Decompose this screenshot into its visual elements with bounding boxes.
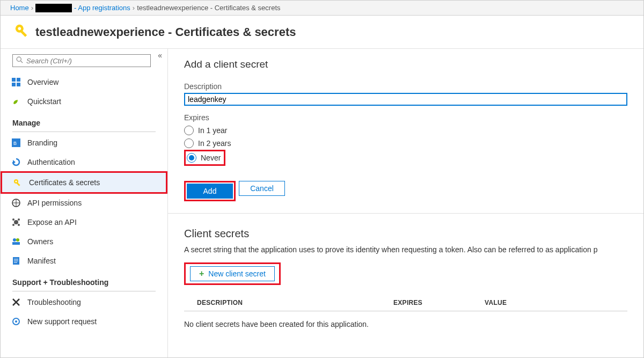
expires-label: Expires (184, 113, 627, 122)
add-button[interactable]: Add (187, 184, 233, 199)
svg-point-19 (12, 218, 14, 221)
expires-option-never[interactable]: Never (186, 151, 224, 164)
sidebar-item-certificates-secrets[interactable]: Certificates & secrets (2, 173, 166, 192)
svg-point-13 (16, 181, 17, 182)
breadcrumb-sep-icon: › (133, 4, 135, 12)
radio-label: In 1 year (198, 126, 227, 135)
svg-point-18 (14, 220, 18, 224)
support-icon (11, 317, 21, 326)
breadcrumb: Home › - App registrations › testleadnew… (1, 1, 643, 16)
radio-icon (184, 138, 194, 148)
search-input[interactable] (26, 57, 147, 65)
breadcrumb-app-registrations[interactable]: - App registrations (74, 4, 130, 12)
quickstart-icon (11, 97, 21, 106)
owners-icon (11, 237, 21, 246)
key-icon (14, 23, 30, 41)
sidebar-item-new-support-request[interactable]: New support request (1, 312, 167, 331)
sidebar-item-overview[interactable]: Overview (1, 72, 167, 92)
divider (12, 131, 156, 132)
sidebar-item-troubleshooting[interactable]: Troubleshooting (1, 293, 167, 312)
sidebar-item-owners[interactable]: Owners (1, 232, 167, 251)
client-secrets-description: A secret string that the application use… (184, 245, 627, 254)
svg-rect-8 (17, 83, 20, 86)
svg-marker-11 (13, 160, 16, 164)
sidebar-item-api-permissions[interactable]: API permissions (1, 193, 167, 213)
new-client-secret-button[interactable]: + New client secret (190, 266, 275, 281)
client-secrets-panel: Client secrets A secret string that the … (168, 214, 643, 342)
svg-rect-2 (20, 30, 27, 37)
svg-point-33 (15, 320, 17, 323)
page-title: testleadnewexperience - Certificates & s… (35, 25, 296, 39)
svg-rect-6 (17, 78, 20, 82)
sidebar-item-label: New support request (27, 317, 97, 326)
svg-rect-7 (12, 83, 16, 86)
breadcrumb-home[interactable]: Home (10, 4, 29, 12)
breadcrumb-current: testleadnewexperience - Certificates & s… (137, 4, 280, 12)
breadcrumb-sep-icon: › (31, 4, 33, 12)
key-icon (13, 178, 23, 187)
sidebar-item-label: Expose an API (27, 218, 77, 227)
svg-point-20 (18, 218, 20, 221)
svg-point-3 (17, 57, 21, 61)
svg-rect-5 (12, 78, 16, 82)
overview-icon (11, 77, 21, 87)
sidebar-item-label: Overview (27, 78, 58, 86)
api-permissions-icon (11, 198, 21, 208)
sidebar: « Overview Quickstart Manage (1, 49, 168, 357)
expose-api-icon (11, 217, 21, 227)
panel-title: Add a client secret (184, 59, 627, 70)
svg-point-21 (12, 224, 14, 226)
svg-rect-14 (16, 182, 20, 186)
manifest-icon (11, 256, 21, 266)
secrets-table-header: DESCRIPTION EXPIRES VALUE (184, 299, 627, 306)
sidebar-item-label: Authentication (27, 158, 75, 166)
section-manage: Manage (1, 111, 167, 129)
sidebar-item-label: Manifest (27, 257, 56, 265)
redacted-tenant-icon (35, 4, 72, 12)
column-expires: EXPIRES (393, 299, 485, 306)
svg-point-1 (18, 27, 21, 31)
plus-icon: + (199, 269, 204, 279)
add-client-secret-panel: Add a client secret Description Expires … (168, 49, 643, 214)
svg-point-22 (18, 224, 20, 226)
svg-line-4 (21, 61, 23, 63)
sidebar-item-expose-api[interactable]: Expose an API (1, 213, 167, 232)
sidebar-item-label: Quickstart (27, 97, 61, 106)
sidebar-item-authentication[interactable]: Authentication (1, 152, 167, 172)
expires-option-2years[interactable]: In 2 years (184, 137, 627, 150)
button-label: New client secret (208, 269, 266, 278)
authentication-icon (11, 157, 21, 167)
radio-label: Never (201, 154, 221, 162)
branding-icon: B (11, 138, 21, 148)
search-input-container[interactable] (12, 54, 151, 67)
expires-option-1year[interactable]: In 1 year (184, 124, 627, 137)
client-secrets-title: Client secrets (184, 228, 627, 240)
content-area: « Overview Quickstart Manage (1, 49, 643, 357)
sidebar-item-label: Certificates & secrets (29, 178, 100, 187)
radio-label: In 2 years (198, 139, 231, 148)
radio-icon (187, 153, 196, 163)
search-icon (16, 56, 23, 65)
collapse-chevron-icon[interactable]: « (158, 51, 162, 60)
sidebar-item-label: Owners (27, 237, 53, 246)
description-input[interactable] (184, 93, 627, 106)
main-panel: Add a client secret Description Expires … (168, 49, 643, 357)
section-support: Support + Troubleshooting (1, 271, 167, 289)
sidebar-item-branding[interactable]: B Branding (1, 133, 167, 152)
description-label: Description (184, 82, 627, 91)
divider (184, 311, 627, 311)
sidebar-item-label: API permissions (27, 199, 82, 207)
radio-icon (184, 126, 194, 135)
divider (12, 291, 156, 291)
sidebar-item-manifest[interactable]: Manifest (1, 251, 167, 271)
sidebar-item-label: Troubleshooting (27, 298, 81, 306)
column-description: DESCRIPTION (184, 299, 393, 306)
svg-rect-25 (12, 242, 20, 245)
cancel-button[interactable]: Cancel (239, 181, 285, 196)
troubleshooting-icon (11, 297, 21, 307)
sidebar-item-quickstart[interactable]: Quickstart (1, 92, 167, 111)
svg-point-23 (13, 238, 16, 242)
empty-state-message: No client secrets have been created for … (184, 320, 627, 328)
svg-point-24 (16, 238, 19, 242)
page-header: testleadnewexperience - Certificates & s… (1, 16, 643, 49)
